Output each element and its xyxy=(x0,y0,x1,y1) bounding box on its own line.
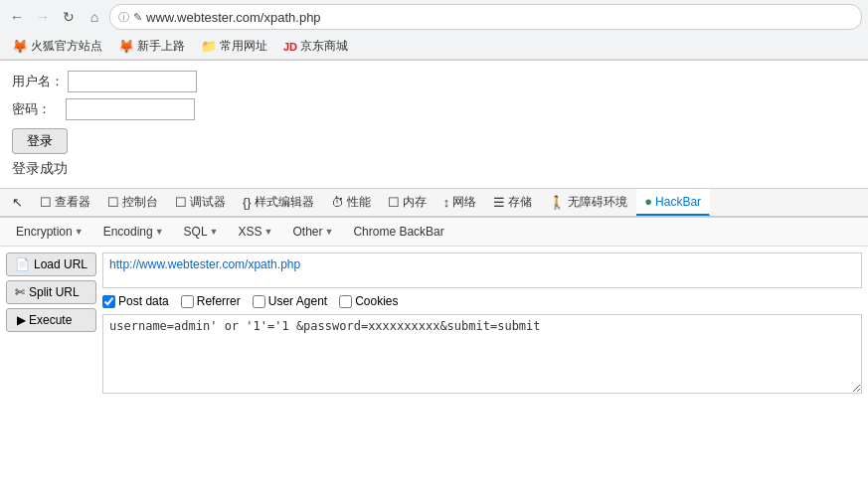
split-url-label: Split URL xyxy=(29,285,80,299)
refresh-button[interactable]: ↻ xyxy=(58,6,80,28)
inspector-icon: ☐ xyxy=(40,195,52,210)
post-data-check[interactable] xyxy=(102,295,115,308)
hackbar-body: 📄 Load URL ✄ Split URL ▶ Execute http://… xyxy=(0,247,868,400)
network-icon: ↕ xyxy=(443,195,450,210)
login-button[interactable]: 登录 xyxy=(12,128,68,154)
bookmark-newhand[interactable]: 🦊 新手上路 xyxy=(114,36,189,57)
console-icon: ☐ xyxy=(107,195,119,210)
execute-button[interactable]: ▶ Execute xyxy=(6,308,96,332)
menu-other[interactable]: Other ▼ xyxy=(284,222,341,242)
tab-label: 网络 xyxy=(452,194,476,211)
load-url-icon: 📄 xyxy=(15,257,30,271)
forward-button[interactable]: → xyxy=(32,6,54,28)
post-data-label: Post data xyxy=(118,294,169,308)
home-button[interactable]: ⌂ xyxy=(84,6,105,28)
password-row: 密码： xyxy=(12,98,856,120)
menu-encryption[interactable]: Encryption ▼ xyxy=(8,222,91,242)
tab-network[interactable]: ↕ 网络 xyxy=(435,189,486,216)
hackbar-sidebar: 📄 Load URL ✄ Split URL ▶ Execute xyxy=(6,252,96,394)
style-icon: {} xyxy=(243,195,252,210)
tab-memory[interactable]: ☐ 内存 xyxy=(380,189,435,216)
bookmark-label: 常用网址 xyxy=(220,38,267,55)
hackbar-container: Encryption ▼ Encoding ▼ SQL ▼ XSS ▼ Othe… xyxy=(0,217,868,400)
jd-icon: JD xyxy=(283,41,297,53)
tab-label: 调试器 xyxy=(190,194,226,211)
menu-xss[interactable]: XSS ▼ xyxy=(231,222,281,242)
username-label: 用户名： xyxy=(12,73,64,90)
firefox-icon: 🦊 xyxy=(12,39,28,54)
chrome-backbar-label: Chrome BackBar xyxy=(353,225,443,239)
referrer-label: Referrer xyxy=(197,294,241,308)
user-agent-checkbox[interactable]: User Agent xyxy=(253,294,327,308)
bookmark-label: 火狐官方站点 xyxy=(31,38,102,55)
info-icon: ⓘ xyxy=(118,10,129,25)
bookmark-huhu[interactable]: 🦊 火狐官方站点 xyxy=(8,36,106,57)
password-input[interactable] xyxy=(66,98,195,120)
tab-debugger[interactable]: ☐ 调试器 xyxy=(167,189,235,216)
tab-label: 样式编辑器 xyxy=(255,194,314,211)
accessibility-icon: 🚶 xyxy=(549,195,565,210)
tab-label: 控制台 xyxy=(122,194,158,211)
browser-chrome: ← → ↻ ⌂ ⓘ ✎ 🦊 火狐官方站点 🦊 新手上路 📁 常用网址 JD 京东… xyxy=(0,0,868,61)
bookmarks-bar: 🦊 火狐官方站点 🦊 新手上路 📁 常用网址 JD 京东商城 xyxy=(0,34,868,60)
menu-encoding[interactable]: Encoding ▼ xyxy=(95,222,172,242)
hackbar-menubar: Encryption ▼ Encoding ▼ SQL ▼ XSS ▼ Othe… xyxy=(0,218,868,247)
split-url-icon: ✄ xyxy=(15,285,25,299)
bookmark-common[interactable]: 📁 常用网址 xyxy=(197,36,271,57)
other-arrow: ▼ xyxy=(324,227,333,237)
username-input[interactable] xyxy=(68,71,197,92)
back-button[interactable]: ← xyxy=(6,6,28,28)
tab-pointer[interactable]: ↖ xyxy=(4,190,32,215)
xss-label: XSS xyxy=(239,225,262,239)
bookmark-jd[interactable]: JD 京东商城 xyxy=(279,36,352,57)
cookies-checkbox[interactable]: Cookies xyxy=(339,294,398,308)
user-agent-check[interactable] xyxy=(253,295,265,308)
other-label: Other xyxy=(292,225,322,239)
checkboxes-row: Post data Referrer User Agent Cookies xyxy=(102,294,862,308)
tab-hackbar[interactable]: ● HackBar xyxy=(636,189,710,216)
menu-chrome-backbar[interactable]: Chrome BackBar xyxy=(345,222,451,242)
cookies-check[interactable] xyxy=(339,295,352,308)
post-data-textarea[interactable] xyxy=(102,314,862,394)
username-row: 用户名： xyxy=(12,71,856,92)
load-url-label: Load URL xyxy=(34,257,87,271)
firefox-icon-2: 🦊 xyxy=(118,39,134,54)
menu-sql[interactable]: SQL ▼ xyxy=(176,222,227,242)
encoding-arrow: ▼ xyxy=(155,227,164,237)
storage-icon: ☰ xyxy=(493,195,505,210)
password-label: 密码： xyxy=(12,100,62,118)
folder-icon: 📁 xyxy=(201,39,217,54)
success-text: 登录成功 xyxy=(12,160,856,178)
url-display: http://www.webtester.com/xpath.php xyxy=(102,252,862,288)
tab-inspector[interactable]: ☐ 查看器 xyxy=(32,189,99,216)
tab-style-editor[interactable]: {} 样式编辑器 xyxy=(235,189,323,216)
login-row: 登录 xyxy=(12,126,856,154)
encryption-label: Encryption xyxy=(16,225,73,239)
tab-label: 查看器 xyxy=(55,194,90,211)
split-url-button[interactable]: ✄ Split URL xyxy=(6,280,96,304)
sql-label: SQL xyxy=(184,225,208,239)
post-data-checkbox[interactable]: Post data xyxy=(102,294,169,308)
load-url-button[interactable]: 📄 Load URL xyxy=(6,252,96,276)
referrer-check[interactable] xyxy=(181,295,194,308)
cookies-label: Cookies xyxy=(355,294,398,308)
debugger-icon: ☐ xyxy=(175,195,187,210)
tab-label: 存储 xyxy=(508,194,532,211)
address-bar: ⓘ ✎ xyxy=(109,4,862,30)
hackbar-icon: ● xyxy=(644,194,652,209)
tab-console[interactable]: ☐ 控制台 xyxy=(99,189,167,216)
tab-performance[interactable]: ⏱ 性能 xyxy=(323,189,380,216)
url-input[interactable] xyxy=(146,10,853,25)
tab-label: HackBar xyxy=(655,195,701,209)
page-content: 用户名： 密码： 登录 登录成功 xyxy=(0,61,868,188)
tab-label: 性能 xyxy=(347,194,371,211)
encryption-arrow: ▼ xyxy=(75,227,84,237)
edit-icon: ✎ xyxy=(133,11,142,24)
tab-storage[interactable]: ☰ 存储 xyxy=(485,189,541,216)
bookmark-label: 京东商城 xyxy=(300,38,348,55)
xss-arrow: ▼ xyxy=(264,227,273,237)
tab-accessibility[interactable]: 🚶 无障碍环境 xyxy=(541,189,636,216)
referrer-checkbox[interactable]: Referrer xyxy=(181,294,241,308)
pointer-icon: ↖ xyxy=(12,195,23,210)
hackbar-main: http://www.webtester.com/xpath.php Post … xyxy=(102,252,862,394)
